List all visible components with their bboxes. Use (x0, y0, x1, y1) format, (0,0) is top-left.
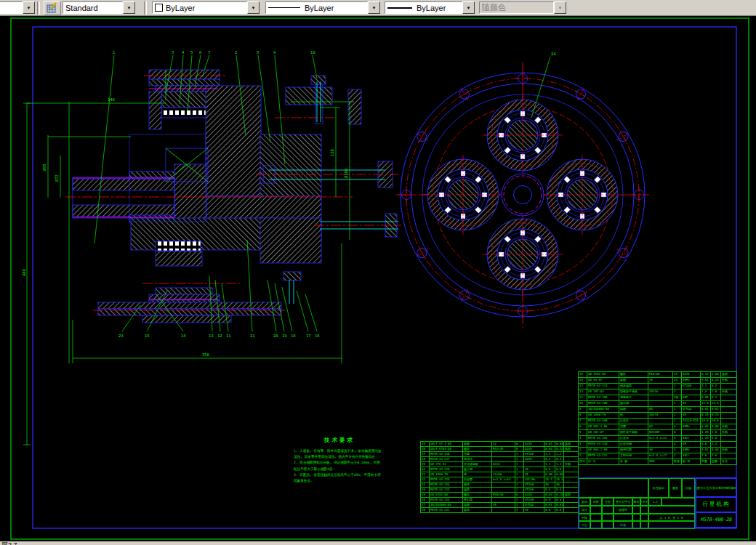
bom-cell: 1 (579, 453, 587, 459)
bom-cell: 2.8 (711, 389, 721, 395)
bom-cell: 单重 (701, 459, 711, 465)
bom-cell: 21 (421, 483, 430, 488)
bom-cell: GB 93-87 (587, 378, 619, 384)
bom-cell: 4 (673, 442, 682, 448)
section-geometry (73, 70, 397, 323)
sig-cell: 审核 (579, 514, 590, 521)
layer-combo-arrow[interactable]: ▼ (23, 1, 35, 14)
bom-cell (564, 503, 579, 508)
sig-cell (640, 514, 648, 521)
bom-cell (492, 498, 515, 503)
sig-cell (640, 506, 648, 514)
bom-cell: 30216 (648, 389, 673, 395)
bom-row: 11M57B-44-205调整垫片2组08F0.050.1 (579, 395, 737, 401)
style-combo-arrow[interactable]: ▼ (123, 1, 135, 14)
bom-cell: 10 (579, 401, 587, 407)
svg-text:19: 19 (282, 334, 287, 338)
bom-cell (524, 462, 544, 467)
text-style-icon (47, 2, 58, 14)
style-tool-button[interactable] (44, 1, 61, 15)
bom-cell: 12 (579, 389, 587, 395)
bom-cell: 45 (492, 503, 515, 508)
plotstyle-combo-arrow: ▼ (554, 1, 566, 14)
bom-cell (492, 457, 515, 462)
bom-cell: 0.6 (555, 508, 564, 513)
bom-row: 1M57B-44-211太阳轮轴m=2.5 z=17140Cr2.62.6 (579, 453, 737, 459)
notes-line: 现象及杂音. (294, 478, 425, 484)
bom-cell: 1 (673, 407, 682, 413)
bom-cell: 18×70 (648, 413, 673, 419)
bom-row: 20M57B-44-223端盖1HT2005.45.4 (421, 488, 579, 493)
bom-cell: 总重 (711, 459, 721, 465)
bom-cell: 65 (648, 407, 673, 413)
bom-cell: 24 (673, 378, 682, 384)
bom-cell (564, 467, 579, 472)
bom-row: 7M57B-44-208行星架1ZG310-57018.618.6 (579, 419, 737, 424)
bom-cell (648, 384, 673, 389)
dim-left-1: Ø95 (42, 164, 47, 171)
bom-cell: 外购 (721, 378, 737, 384)
bom-row: 8GB 1096-79键18×701450.150.15 (579, 413, 737, 419)
bom-cell: M57B-44-228 (430, 452, 463, 457)
bom-cell: JB/ZQ4606-86 (587, 407, 619, 413)
bom-cell (492, 483, 515, 488)
bom-cell: 0.18 (555, 493, 564, 498)
bom-cell: 28 (421, 447, 430, 452)
bom-cell: 1 (515, 462, 524, 467)
bom-cell: 1 (515, 483, 524, 488)
bom-cell: 45 (682, 442, 701, 448)
lineweight-combo[interactable]: ByLayer ▼ (385, 1, 475, 14)
bom-cell: 轴承端盖 (619, 384, 648, 389)
bom-cell: 数量 (673, 459, 682, 465)
bom-row: 15GB 5782-86螺栓M16×6024Q2350.122.88紧固 (579, 372, 737, 378)
bom-cell: 27 (421, 452, 430, 457)
bom-cell: 毡圈 (619, 407, 648, 413)
bom-cell: 1 (515, 467, 524, 472)
bom-row: 14GB 93-87垫圈162465Mn0.010.24外购 (579, 378, 737, 384)
color-combo-arrow[interactable]: ▼ (247, 1, 260, 14)
bom-cell: 0.3 (544, 457, 555, 462)
bom-cell: 5.4 (544, 488, 555, 493)
bom-row: 18M57B-44-222密封盖1HT1500.90.9 (421, 498, 579, 503)
sig-cell: 处数 (590, 498, 602, 506)
bom-cell: M57B-44-225 (430, 477, 463, 483)
bom-cell: m=2.5 z=23 (648, 436, 673, 442)
bom-cell: 8.5 (555, 467, 564, 472)
color-combo[interactable]: ByLayer ▼ (152, 1, 260, 14)
titleblock-weight: 重量 (669, 478, 682, 498)
bom-cell: 0.32 (555, 447, 564, 452)
bom-cell: m=2.5 z=17 (648, 453, 673, 459)
bom-cell (682, 389, 701, 395)
bom-cell: 0.6 (544, 508, 555, 513)
linetype-combo[interactable]: ByLayer ▼ (265, 1, 380, 14)
bom-cell: 键 (463, 472, 492, 477)
sig-cell (590, 506, 602, 514)
bom-cell: 0.05 (701, 395, 711, 401)
bom-cell: 23 (421, 472, 430, 477)
bom-cell (564, 452, 579, 457)
bom-cell: GB/T 97.1-85 (430, 442, 463, 447)
bom-cell: 6216 (492, 462, 515, 467)
status-text: 层2 7 (1, 541, 756, 545)
lineweight-combo-arrow[interactable]: ▼ (462, 1, 475, 14)
bom-cell: 8.5 (544, 467, 555, 472)
bom-cell: 紧固 (721, 372, 737, 378)
bom-cell: 9 (579, 407, 587, 413)
svg-text:16: 16 (315, 334, 320, 338)
bom-cell: 羊毛毡 (524, 503, 544, 508)
linetype-combo-arrow[interactable]: ▼ (368, 1, 380, 14)
bom-cell: 18 (421, 498, 430, 503)
sig-cell: 年月日 (640, 498, 648, 506)
bom-cell: GB 893.1-86 (587, 424, 619, 430)
layer-combo[interactable]: 5 ▼ (0, 1, 35, 14)
bom-cell (564, 488, 579, 493)
sig-cell: 签名 (632, 498, 640, 506)
style-combo[interactable]: Standard ▼ (63, 1, 135, 14)
svg-text:13: 13 (209, 334, 214, 338)
bom-cell: GB/T 5783-86 (430, 447, 463, 452)
bom-cell: 45 (524, 508, 544, 513)
bom-cell: 13 (579, 384, 587, 389)
bom-cell: 1.1 (544, 462, 555, 467)
bom-row: 26M57B-44-227甩油环1Q2350.30.3 (421, 457, 579, 462)
bom-cell: 行星架 (619, 419, 648, 424)
